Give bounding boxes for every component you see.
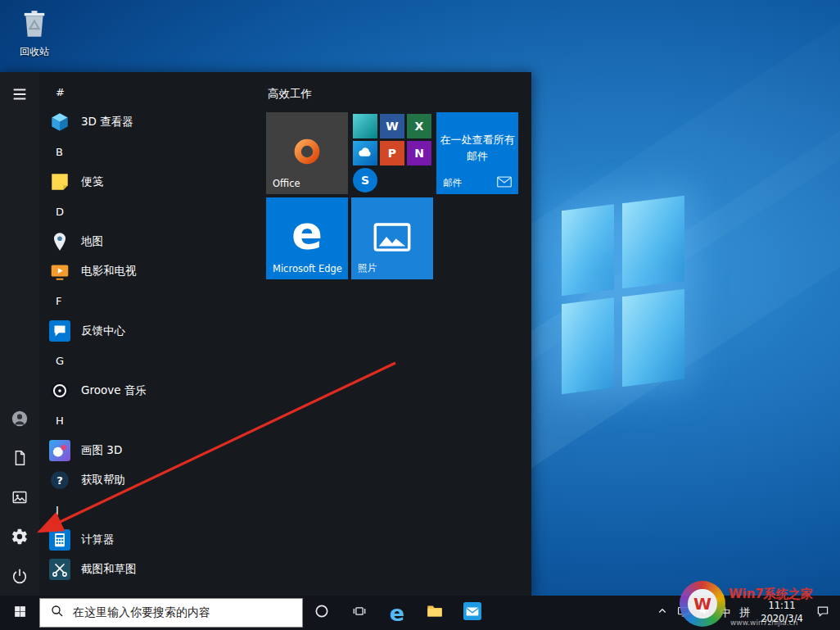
app-list-item-paint-3d[interactable]: 画图 3D (41, 436, 262, 465)
start-tiles-pane: 高效工作 Office W X P N S 在一处查看所有邮件 (266, 72, 531, 596)
file-explorer-button[interactable] (416, 596, 454, 630)
app-label: 截图和草图 (81, 562, 137, 577)
office-apps-folder-tile[interactable]: W X P N S (351, 112, 433, 194)
edge-tile[interactable]: e Microsoft Edge (266, 197, 348, 279)
recycle-bin-label: 回收站 (8, 45, 61, 59)
app-list-item-sticky-notes[interactable]: 便笺 (41, 167, 262, 197)
word-letter: W (386, 120, 398, 133)
3d-viewer-icon (49, 111, 70, 133)
excel-mini-tile[interactable]: X (407, 114, 431, 138)
edge-icon: e (390, 602, 404, 624)
wallpaper-logo-pane (622, 196, 684, 288)
settings-button[interactable] (0, 519, 39, 558)
expand-menu-button[interactable] (0, 76, 39, 116)
recycle-bin-icon (17, 29, 52, 44)
app-list-letter-header[interactable]: H (41, 406, 262, 436)
wallpaper-logo-pane (622, 289, 684, 387)
ime-mode-indicator[interactable]: 中 (716, 596, 735, 630)
app-list-letter-header[interactable]: B (41, 137, 262, 167)
start-button[interactable] (0, 596, 39, 630)
tile-label: Office (273, 178, 300, 189)
taskbar-clock[interactable]: 11:11 2020/3/4 (755, 600, 809, 625)
office-logo-icon (288, 133, 326, 174)
app-label: 3D 查看器 (81, 115, 133, 129)
tray-overflow-button[interactable] (652, 596, 673, 630)
app-list-letter-header[interactable]: D (41, 197, 262, 227)
ime-pinyin-indicator[interactable]: 拼 (735, 596, 755, 630)
groove-music-icon (49, 380, 70, 401)
onenote-mini-tile[interactable]: N (407, 141, 431, 165)
app-list-item-snip-sketch[interactable]: 截图和草图 (41, 555, 262, 584)
maps-icon (49, 231, 70, 252)
edge-taskbar-button[interactable]: e (378, 596, 416, 630)
start-menu: # 3D 查看器 B 便笺 D 地图 (0, 72, 531, 596)
app-list-item-groove-music[interactable]: Groove 音乐 (41, 376, 262, 406)
app-list-item-calculator[interactable]: 计算器 (41, 525, 262, 555)
taskbar-search-input[interactable]: 在这里输入你要搜索的内容 (39, 598, 303, 628)
network-button[interactable] (673, 596, 694, 630)
app-list-item-get-help[interactable]: ? 获取帮助 (41, 465, 262, 495)
start-app-list: # 3D 查看器 B 便笺 D 地图 (41, 72, 262, 596)
tile-label: 邮件 (443, 177, 462, 189)
app-label: 便笺 (81, 174, 103, 189)
mail-plate-icon (463, 602, 481, 623)
action-center-button[interactable] (809, 596, 837, 630)
paint-3d-icon (49, 440, 70, 461)
recycle-bin-desktop-icon[interactable]: 回收站 (8, 7, 61, 59)
volume-button[interactable] (694, 596, 716, 630)
todo-mini-tile[interactable] (353, 114, 377, 138)
task-view-button[interactable] (341, 596, 378, 630)
app-list-item-maps[interactable]: 地图 (41, 227, 262, 256)
photos-tile[interactable]: 照片 (351, 197, 433, 279)
user-account-button[interactable] (0, 401, 39, 440)
desktop[interactable]: 回收站 (0, 0, 840, 630)
sticky-notes-icon (49, 171, 70, 193)
pictures-button[interactable] (0, 479, 39, 519)
app-list-letter-header[interactable]: # (41, 77, 262, 107)
taskbar-pinned-icons: e (303, 596, 491, 630)
ime-pinyin-text: 拼 (739, 605, 751, 620)
photos-icon (373, 218, 411, 259)
app-list-letter-header[interactable]: F (41, 286, 262, 316)
app-list-letter-header[interactable]: G (41, 346, 262, 376)
skype-letter: S (361, 174, 369, 187)
pictures-icon (11, 488, 29, 510)
system-tray: 中 拼 11:11 2020/3/4 (652, 596, 837, 630)
mail-tile[interactable]: 在一处查看所有邮件 邮件 (436, 112, 518, 194)
tile-group-title[interactable]: 高效工作 (268, 87, 312, 102)
search-placeholder-text: 在这里输入你要搜索的内容 (73, 605, 210, 620)
app-list-item-feedback-hub[interactable]: 反馈中心 (41, 316, 262, 346)
app-list-item-3d-viewer[interactable]: 3D 查看器 (41, 107, 262, 137)
chevron-up-icon (655, 604, 670, 622)
onenote-letter: N (414, 147, 424, 160)
envelope-icon (496, 174, 513, 190)
clock-time: 11:11 (755, 600, 809, 613)
action-center-icon (815, 604, 830, 622)
documents-button[interactable] (0, 440, 39, 479)
clock-date: 2020/3/4 (755, 613, 809, 626)
powerpoint-letter: P (388, 147, 396, 160)
power-icon (11, 567, 29, 588)
app-label: 反馈中心 (81, 324, 125, 338)
powerpoint-mini-tile[interactable]: P (380, 141, 404, 165)
app-list-letter-header[interactable]: L (41, 584, 262, 596)
skype-mini-tile[interactable]: S (353, 168, 377, 193)
app-label: 获取帮助 (81, 473, 125, 487)
cortana-button[interactable] (303, 596, 341, 630)
start-menu-rail (0, 72, 39, 596)
movies-tv-icon (49, 261, 70, 282)
word-mini-tile[interactable]: W (380, 114, 404, 138)
power-button[interactable] (0, 558, 39, 596)
app-list-letter-header[interactable]: J (41, 495, 262, 525)
svg-text:?: ? (56, 474, 63, 487)
taskbar: 在这里输入你要搜索的内容 e (0, 596, 840, 630)
app-list-item-movies-tv[interactable]: 电影和电视 (41, 256, 262, 286)
mail-taskbar-button[interactable] (454, 596, 491, 630)
search-icon (50, 604, 65, 622)
office-tile[interactable]: Office (266, 112, 348, 194)
windows-wallpaper-logo (562, 196, 684, 396)
task-view-icon (351, 603, 368, 623)
onedrive-mini-tile[interactable] (353, 141, 377, 165)
tile-label: Microsoft Edge (273, 263, 342, 274)
network-icon (676, 604, 691, 622)
